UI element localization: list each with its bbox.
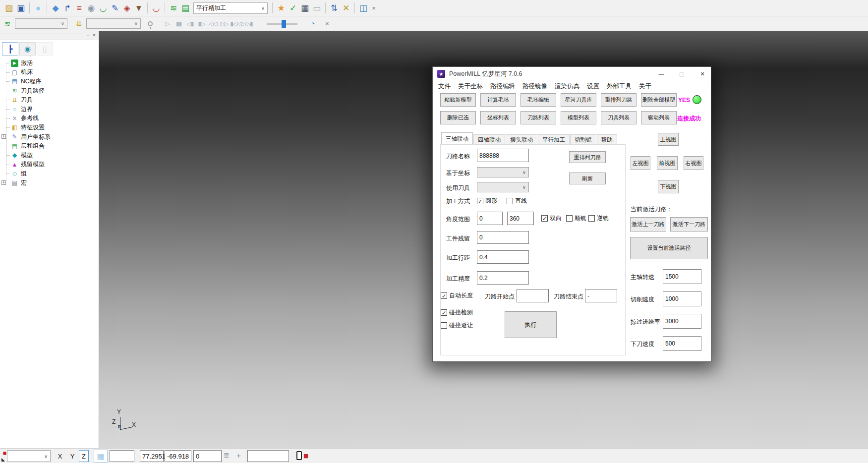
- simulation-speed-slider[interactable]: [267, 18, 297, 29]
- fast-forward-button[interactable]: ▷▷: [219, 18, 230, 29]
- rapid-move-icon[interactable]: ↱: [61, 2, 73, 14]
- angle-from-input[interactable]: [477, 212, 503, 225]
- collision-check-checkbox[interactable]: ✓碰撞检测: [441, 308, 473, 317]
- rearrange-toolpaths-button[interactable]: 重排列刀路: [601, 93, 637, 107]
- angle-to-input[interactable]: [507, 212, 534, 225]
- right-view-button[interactable]: 右视图: [684, 156, 703, 170]
- tool-block-icon[interactable]: ▼: [133, 2, 145, 14]
- skim-feed-input[interactable]: [663, 314, 701, 329]
- execute-button[interactable]: 执行: [505, 311, 557, 338]
- shade-lightbulb-icon[interactable]: [148, 21, 153, 26]
- activate-prev-toolpath-button[interactable]: 激活上一刀路: [630, 217, 666, 232]
- stock-allowance-input[interactable]: [477, 231, 529, 244]
- panel-grip[interactable]: [1, 34, 86, 35]
- sim-toolpath-dropdown[interactable]: ∨: [15, 18, 67, 29]
- menu-about-coords[interactable]: 关于坐标: [458, 82, 483, 91]
- spindle-speed-input[interactable]: [663, 269, 701, 284]
- menu-about[interactable]: 关于: [639, 82, 651, 91]
- tool-info-field[interactable]: [247, 450, 289, 462]
- cursor-x-field[interactable]: 77.2951: [140, 450, 164, 462]
- coord-list-button[interactable]: 坐标列表: [480, 111, 516, 124]
- menu-path-edit[interactable]: 路径编辑: [490, 82, 515, 91]
- tab-three-axis[interactable]: 三轴联动: [441, 132, 473, 145]
- stepover-input[interactable]: [477, 250, 529, 264]
- toolbar-close-icon[interactable]: ×: [369, 2, 378, 14]
- axis-x-button[interactable]: X: [55, 450, 65, 462]
- tree-item-machine[interactable]: ▢机床: [0, 68, 99, 77]
- paste-new-model-button[interactable]: 粘贴新模型: [440, 93, 476, 107]
- boundary-tool-icon[interactable]: ◡: [97, 2, 109, 14]
- left-view-button[interactable]: 左视图: [631, 156, 650, 170]
- tolerance-input[interactable]: [477, 271, 529, 285]
- feeds-speeds-icon[interactable]: ◉: [85, 2, 97, 14]
- cutting-feed-input[interactable]: [663, 291, 701, 306]
- print-icon[interactable]: ●: [32, 2, 44, 14]
- open-project-icon[interactable]: ▨: [3, 2, 15, 14]
- pause-button[interactable]: ▮▮: [173, 18, 184, 29]
- rewind-button[interactable]: ◁◁: [207, 18, 219, 29]
- rearrange-toolpaths-button-2[interactable]: 重排列刀路: [569, 151, 606, 163]
- compute-stock-button[interactable]: 计算毛坯: [480, 93, 516, 107]
- delete-all-models-button[interactable]: 删除全部模型: [641, 93, 677, 107]
- tree-item-groups[interactable]: ◇组: [0, 169, 99, 178]
- toolpath-icon[interactable]: ≋: [168, 2, 179, 14]
- strategy-list-icon[interactable]: ▤: [179, 2, 191, 14]
- tree-item-activate[interactable]: ▶激活: [0, 58, 99, 68]
- block-icon[interactable]: ◆: [50, 2, 61, 14]
- tool-check-icon[interactable]: ✓: [287, 2, 299, 14]
- tool-star-icon[interactable]: ★: [275, 2, 287, 14]
- based-coord-dropdown[interactable]: ∨: [477, 167, 529, 177]
- sim-toolbar-close-icon[interactable]: ×: [325, 20, 334, 27]
- sim-tool-dropdown[interactable]: ∨: [86, 18, 141, 29]
- strategy-dropdown[interactable]: 平行精加工∨: [193, 2, 268, 14]
- tool-holder-icon[interactable]: ⇅: [328, 2, 340, 14]
- tree-item-nc-programs[interactable]: ▤NC程序: [0, 77, 99, 86]
- go-to-start-button[interactable]: ▮◁◁: [230, 18, 241, 29]
- panel-float-icon[interactable]: ▫: [85, 32, 91, 38]
- pattern-edit-icon[interactable]: ✎: [109, 2, 121, 14]
- line-checkbox[interactable]: 直线: [507, 197, 527, 205]
- climb-mill-checkbox[interactable]: 顺铣: [566, 214, 586, 223]
- auto-length-checkbox[interactable]: ✓自动长度: [441, 291, 473, 300]
- menu-external-tools[interactable]: 外部工具: [607, 82, 632, 91]
- clock-icon[interactable]: ◔: [307, 18, 318, 29]
- conventional-mill-checkbox[interactable]: 逆铣: [588, 214, 609, 223]
- tree-item-patterns[interactable]: ✕参考线: [0, 114, 99, 123]
- leads-links-icon[interactable]: ≡: [73, 2, 85, 14]
- both-direction-checkbox[interactable]: ✓双向: [541, 214, 562, 223]
- model-list-button[interactable]: 模型列表: [561, 111, 596, 124]
- refresh-button[interactable]: 刷新: [569, 173, 606, 184]
- xinghe-tool-library-button[interactable]: 星河刀具库: [561, 93, 596, 107]
- circle-checkbox[interactable]: ✓圆形: [477, 197, 497, 205]
- activate-next-toolpath-button[interactable]: 激活下一刀路: [670, 217, 708, 232]
- toolpath-start-input[interactable]: [517, 289, 549, 302]
- expand-icon[interactable]: +: [1, 134, 6, 139]
- tree-item-tools[interactable]: ⇊刀具: [0, 95, 99, 105]
- axis-y-button[interactable]: Y: [67, 450, 77, 462]
- tree-item-macros[interactable]: +▤宏: [0, 178, 99, 188]
- front-view-button[interactable]: 前视图: [657, 156, 678, 170]
- toolpath-end-input[interactable]: [585, 289, 617, 302]
- play-button[interactable]: ▷: [162, 18, 173, 29]
- calculator-icon[interactable]: ▦: [299, 2, 311, 14]
- minimize-icon[interactable]: —: [655, 69, 668, 78]
- collision-avoid-checkbox[interactable]: 碰撞避让: [441, 321, 473, 330]
- use-tool-dropdown[interactable]: ∨: [477, 182, 529, 192]
- tree-item-workplanes[interactable]: +✎用户坐标系: [0, 132, 99, 142]
- toolpath-list-button[interactable]: 刀路列表: [521, 111, 556, 124]
- tree-item-levels-sets[interactable]: ▤层和组合: [0, 141, 99, 151]
- tree-item-stock-models[interactable]: ▲残留模型: [0, 160, 99, 170]
- tree-item-toolpaths[interactable]: ≋刀具路径: [0, 86, 99, 96]
- step-back-button[interactable]: ◁▮: [184, 18, 196, 29]
- explorer-tree-tab[interactable]: ┣: [2, 42, 18, 56]
- step-forward-button[interactable]: ▮▷: [196, 18, 207, 29]
- expand-icon[interactable]: +: [1, 180, 6, 185]
- tree-item-boundaries[interactable]: ○边界: [0, 105, 99, 114]
- set-active-path-button[interactable]: 设置当前激活路径: [630, 237, 708, 259]
- tool-swap-icon[interactable]: ✕: [340, 2, 352, 14]
- axis-z-button[interactable]: Z: [79, 450, 89, 462]
- xyz-list-icon[interactable]: ≣: [224, 451, 230, 459]
- stock-edit-button[interactable]: 毛坯编辑: [521, 93, 556, 107]
- workplane-dropdown[interactable]: ∨: [7, 450, 51, 462]
- dialog-titlebar[interactable]: ★ PowerMILL 忆梦星河 7.0.6 — ▢ ✕: [433, 67, 711, 81]
